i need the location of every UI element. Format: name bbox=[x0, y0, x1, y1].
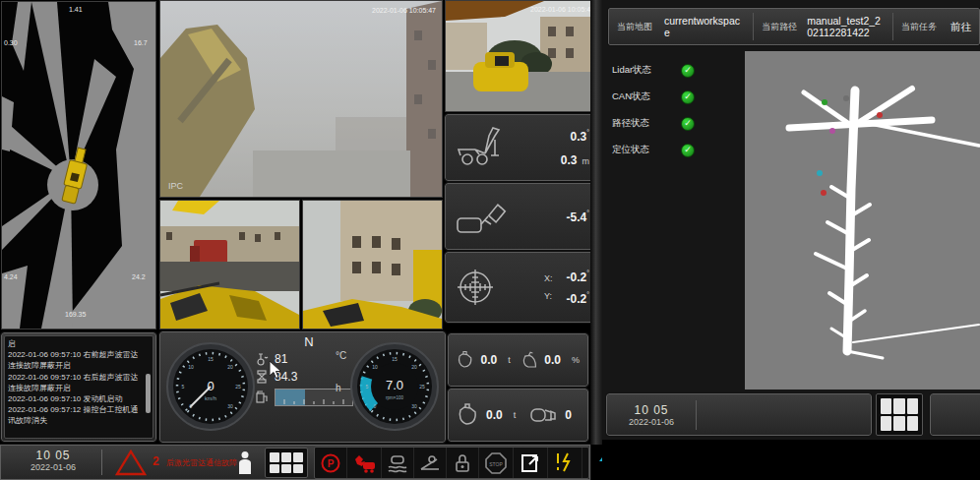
current-map-label: 当前地图 bbox=[617, 21, 652, 33]
bottom-filler bbox=[602, 440, 980, 480]
map-coord-label: 16.7 bbox=[134, 39, 148, 46]
tilt-status-panel: X: Y: -0.2° -0.2° bbox=[445, 252, 600, 323]
camera-front-right-scene bbox=[303, 201, 442, 329]
camera-front-left-scene bbox=[160, 201, 299, 329]
stop-icon[interactable]: STOP bbox=[479, 448, 514, 478]
mission-clock-time: 10 05 bbox=[607, 403, 696, 417]
status-row-localization: 定位状态 ✓ bbox=[612, 137, 730, 163]
warning-triangle-icon bbox=[115, 450, 147, 476]
dashboard-panel: 0 5 10 15 20 25 30 0 km/h N 81 bbox=[159, 331, 446, 443]
total-load-unit: t bbox=[514, 410, 517, 420]
camera-main-scene bbox=[160, 1, 442, 197]
map-coord-label: 1.41 bbox=[69, 6, 83, 13]
bucket-count-icon bbox=[529, 403, 559, 427]
bucket-weight-icon bbox=[457, 402, 480, 428]
waypoint-marker-magenta bbox=[829, 128, 835, 134]
tilt-x-unit: ° bbox=[586, 270, 589, 276]
camera-main-front[interactable]: 2022-01-06 10:05:47 IPC bbox=[159, 0, 443, 198]
event-log-panel[interactable]: 启 2022-01-06 09:57:10 右前超声波雷达连接故障屏蔽开启 20… bbox=[1, 332, 156, 442]
waypoint-marker-green bbox=[822, 99, 827, 105]
mission-header: 当前地图 currentworkspace 当前路径 manual_test2_… bbox=[608, 8, 980, 45]
camera-front-left[interactable] bbox=[159, 200, 300, 330]
log-line: 2022-01-06 09:57:12 操控台工控机通讯故障消失 bbox=[8, 404, 143, 426]
global-route-map[interactable] bbox=[745, 51, 980, 390]
door-exit-icon[interactable] bbox=[514, 448, 548, 478]
status-ok-icon: ✓ bbox=[681, 90, 695, 104]
svg-text:30: 30 bbox=[227, 403, 233, 409]
divider bbox=[101, 450, 102, 475]
map-coord-label: 169.35 bbox=[65, 311, 86, 318]
log-line: 2022-01-06 09:57:10 右后超声波雷达连接故障屏蔽开启 bbox=[8, 372, 143, 393]
svg-text:10: 10 bbox=[188, 364, 194, 370]
current-map-value: currentworkspace bbox=[664, 15, 745, 38]
svg-text:7.0: 7.0 bbox=[386, 378, 403, 392]
svg-text:25: 25 bbox=[419, 384, 425, 390]
current-path-value: manual_test2_202112281422 bbox=[807, 15, 885, 38]
total-load-value: 0.0 bbox=[486, 408, 503, 422]
log-scrollbar[interactable] bbox=[146, 374, 151, 413]
boom-angle-value: 0.3 bbox=[571, 130, 587, 144]
parking-brake-icon[interactable]: P bbox=[315, 448, 347, 478]
rpm-gauge: 0 5 10 15 20 25 30 7.0 rpm×100 bbox=[350, 342, 439, 431]
mission-clock-panel: 10 05 2022-01-06 bbox=[606, 393, 872, 436]
waypoint-marker-cyan bbox=[817, 170, 823, 176]
loader-boom-icon bbox=[456, 126, 507, 169]
slip-warning-icon[interactable] bbox=[382, 448, 414, 478]
log-line: 启 bbox=[8, 338, 143, 349]
svg-text:15: 15 bbox=[392, 356, 398, 362]
boom-angle-unit: ° bbox=[586, 129, 589, 136]
boom-height-unit: m bbox=[582, 156, 590, 166]
svg-text:rpm×100: rpm×100 bbox=[386, 395, 403, 400]
svg-text:30: 30 bbox=[411, 403, 417, 409]
implement-lock-icon[interactable] bbox=[447, 448, 479, 478]
boom-height-value: 0.3 bbox=[561, 153, 578, 167]
payload-weight-unit: t bbox=[508, 355, 511, 365]
operator-icon[interactable] bbox=[237, 450, 253, 475]
boom-status-panel: 0.3° 0.3m bbox=[445, 114, 600, 181]
svg-text:20: 20 bbox=[411, 364, 417, 370]
divider bbox=[892, 13, 893, 40]
system-status-list: Lidar状态 ✓ CAN状态 ✓ 路径状态 ✓ 定位状态 ✓ bbox=[612, 57, 730, 163]
svg-text:STOP: STOP bbox=[489, 460, 503, 466]
payload-panel: 0.0 t 0.0 % bbox=[448, 333, 588, 387]
gear-indicator: N bbox=[255, 334, 363, 349]
operator-console: 1.41 0.30 16.7 4.24 24.2 169.35 启 2022-0… bbox=[0, 0, 980, 480]
status-row-lidar: Lidar状态 ✓ bbox=[612, 57, 730, 84]
camera-rear[interactable]: 2022-01-06 10:05:47 bbox=[445, 0, 600, 112]
clock-block: 10 05 2022-01-06 bbox=[11, 449, 95, 472]
svg-text:5: 5 bbox=[182, 384, 185, 390]
log-line: 2022-01-06 09:57:10 发动机启动 bbox=[8, 393, 143, 404]
panel-seam bbox=[590, 0, 602, 445]
svg-text:km/h: km/h bbox=[205, 395, 216, 401]
bucket-count-value: 0 bbox=[565, 408, 572, 422]
ramp-warning-icon[interactable] bbox=[414, 448, 447, 478]
mission-clock-date: 2022-01-06 bbox=[607, 417, 696, 427]
current-task-value: 前往 bbox=[950, 21, 971, 32]
svg-text:25: 25 bbox=[235, 384, 241, 390]
indicator-toolbar: P bbox=[314, 447, 589, 479]
bucket-status-panel: -5.4° bbox=[445, 183, 600, 250]
bucket-angle-unit: ° bbox=[586, 210, 589, 216]
waypoint-marker-red bbox=[821, 190, 827, 196]
mouse-cursor bbox=[269, 360, 282, 380]
bucket-tilt-icon bbox=[456, 195, 507, 238]
payload-weight-value: 0.0 bbox=[481, 353, 498, 367]
alarm-text: 后激光雷达通信故障 bbox=[166, 457, 237, 468]
layout-grid-button[interactable] bbox=[265, 448, 308, 478]
local-lidar-map[interactable]: 1.41 0.30 16.7 4.24 24.2 169.35 bbox=[1, 1, 156, 330]
clock-date: 2022-01-06 bbox=[11, 462, 95, 472]
side-button[interactable] bbox=[930, 393, 980, 436]
collision-warning-icon[interactable] bbox=[347, 448, 382, 478]
waypoint-marker-red bbox=[877, 112, 883, 118]
layout-grid-button[interactable] bbox=[876, 393, 923, 436]
electrical-fault-icon[interactable] bbox=[548, 448, 582, 478]
camera-front-right[interactable] bbox=[302, 200, 443, 330]
speed-gauge: 0 5 10 15 20 25 30 0 km/h bbox=[166, 342, 255, 431]
camera-rear-scene bbox=[446, 1, 599, 111]
bucket-fill-unit: % bbox=[572, 355, 580, 365]
mission-panel: 当前地图 currentworkspace 当前路径 manual_test2_… bbox=[602, 0, 980, 480]
status-ok-icon: ✓ bbox=[681, 64, 695, 78]
status-row-path: 路径状态 ✓ bbox=[612, 110, 730, 137]
status-row-can: CAN状态 ✓ bbox=[612, 84, 730, 110]
map-coord-label: 4.24 bbox=[4, 273, 18, 280]
